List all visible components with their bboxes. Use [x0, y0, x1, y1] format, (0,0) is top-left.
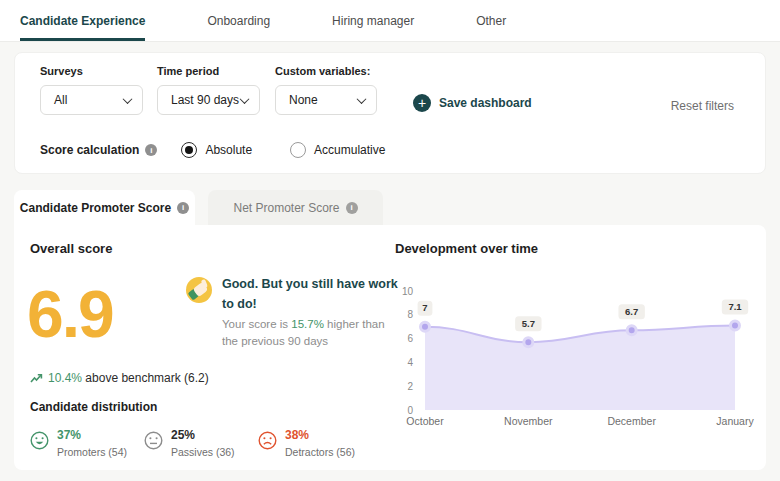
absolute-radio[interactable] [181, 142, 197, 158]
score-calculation-row: Score calculation Absolute Accumulative [40, 142, 385, 158]
frowny-face-icon [258, 431, 277, 450]
benchmark-row-text: 10.4% above benchmark (6.2) [48, 371, 209, 385]
development-over-time-chart: 024681075.76.77.1OctoberNovemberDecember… [395, 281, 750, 431]
custom-variables-dropdown[interactable]: None [275, 85, 377, 115]
absolute-radio-label: Absolute [205, 143, 252, 157]
score-message-title: Good. But you still have work to do! [222, 274, 404, 314]
svg-text:0: 0 [407, 405, 413, 416]
tab-hiring-manager[interactable]: Hiring manager [332, 0, 414, 41]
time-period-value: Last 90 days [171, 93, 239, 107]
accumulative-radio-label: Accumulative [314, 143, 385, 157]
svg-text:October: October [406, 415, 444, 427]
tab-net-promoter-score[interactable]: Net Promoter Score [208, 190, 383, 225]
score-panel: Overall score 6.9 Good. But you still ha… [14, 225, 766, 470]
time-period-dropdown[interactable]: Last 90 days [157, 85, 260, 115]
promoters-item: 37% Promoters (54) [30, 428, 129, 458]
reset-filters-button[interactable]: Reset filters [671, 99, 734, 113]
candidate-distribution-row: 37% Promoters (54) 25% Passives (36) [30, 428, 357, 458]
custom-variables-value: None [289, 93, 318, 107]
svg-text:10: 10 [402, 286, 414, 297]
tab-label: Candidate Promoter Score [20, 201, 171, 215]
tab-other[interactable]: Other [476, 0, 506, 41]
custom-variables-label: Custom variables: [275, 65, 377, 77]
svg-text:6: 6 [407, 333, 413, 344]
detractors-percent: 38% [285, 428, 357, 442]
surveys-filter: Surveys All [40, 65, 143, 115]
development-over-time-title: Development over time [395, 241, 538, 256]
score-tabs: Candidate Promoter Score Net Promoter Sc… [14, 190, 383, 225]
message-prefix: Your score is [222, 318, 291, 330]
trend-up-icon [30, 373, 43, 384]
plus-icon [413, 94, 431, 112]
passives-item: 25% Passives (36) [144, 428, 243, 458]
top-tab-bar: Candidate Experience Onboarding Hiring m… [0, 0, 780, 42]
detractors-label: Detractors (56) [285, 446, 357, 458]
svg-text:6.7: 6.7 [625, 306, 638, 317]
thumbs-up-icon [186, 277, 212, 303]
smiley-face-icon [30, 431, 49, 450]
passives-label: Passives (36) [171, 446, 243, 458]
svg-text:2: 2 [407, 381, 413, 392]
score-message-body: Your score is 15.7% higher than the prev… [222, 316, 400, 350]
svg-text:5.7: 5.7 [522, 318, 535, 329]
svg-text:December: December [607, 415, 656, 427]
message-highlight: 15.7% [291, 318, 324, 330]
benchmark-note: 10.4% above benchmark (6.2) [30, 371, 209, 385]
overall-score-title: Overall score [30, 241, 112, 256]
tab-onboarding[interactable]: Onboarding [207, 0, 270, 41]
benchmark-text: above benchmark (6.2) [82, 371, 209, 385]
promoters-label: Promoters (54) [57, 446, 129, 458]
filter-panel: Surveys All Time period Last 90 days Cus… [14, 52, 766, 174]
chevron-down-icon [240, 94, 250, 104]
info-icon[interactable] [177, 202, 189, 214]
svg-text:7.1: 7.1 [728, 301, 742, 312]
neutral-face-icon [144, 431, 163, 450]
svg-text:4: 4 [407, 357, 413, 368]
svg-text:8: 8 [407, 309, 413, 320]
tab-candidate-experience[interactable]: Candidate Experience [20, 0, 145, 41]
svg-text:7: 7 [422, 302, 427, 313]
tab-candidate-promoter-score[interactable]: Candidate Promoter Score [14, 190, 195, 225]
surveys-dropdown[interactable]: All [40, 85, 143, 115]
svg-text:November: November [504, 415, 553, 427]
custom-variables-filter: Custom variables: None [275, 65, 377, 115]
surveys-value: All [54, 93, 67, 107]
time-period-label: Time period [157, 65, 260, 77]
overall-score-value: 6.9 [27, 281, 113, 347]
accumulative-radio[interactable] [290, 142, 306, 158]
info-icon[interactable] [346, 202, 358, 214]
chevron-down-icon [357, 94, 367, 104]
score-calculation-label: Score calculation [40, 143, 139, 157]
candidate-distribution-title: Candidate distribution [30, 400, 157, 414]
info-icon[interactable] [145, 144, 157, 156]
save-dashboard-button[interactable]: Save dashboard [413, 94, 532, 112]
detractors-item: 38% Detractors (56) [258, 428, 357, 458]
benchmark-value: 10.4% [48, 371, 82, 385]
svg-text:January: January [716, 415, 754, 427]
promoters-percent: 37% [57, 428, 129, 442]
passives-percent: 25% [171, 428, 243, 442]
save-dashboard-label: Save dashboard [439, 96, 532, 110]
tab-label: Net Promoter Score [233, 201, 339, 215]
chevron-down-icon [123, 94, 133, 104]
surveys-label: Surveys [40, 65, 143, 77]
time-period-filter: Time period Last 90 days [157, 65, 260, 115]
